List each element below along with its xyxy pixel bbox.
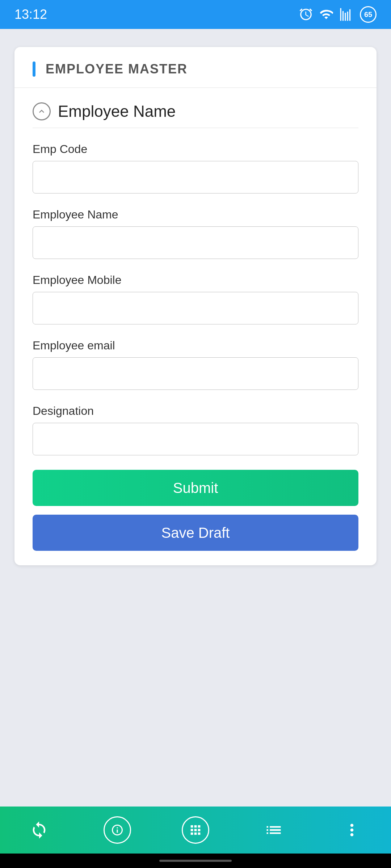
- section-header[interactable]: Employee Name: [14, 88, 377, 128]
- status-bar: 13:12 65: [0, 0, 391, 29]
- card-title: EMPLOYEE MASTER: [46, 61, 188, 77]
- card-header-accent: [33, 61, 35, 77]
- employee-email-input[interactable]: [33, 357, 358, 390]
- nav-item-grid[interactable]: [181, 816, 210, 844]
- employee-mobile-label: Employee Mobile: [33, 273, 358, 287]
- employee-master-card: EMPLOYEE MASTER Employee Name Emp Code E…: [14, 47, 377, 565]
- status-icons: 65: [299, 6, 377, 23]
- employee-mobile-group: Employee Mobile: [33, 273, 358, 324]
- status-time: 13:12: [14, 7, 47, 22]
- designation-label: Designation: [33, 404, 358, 418]
- employee-name-input[interactable]: [33, 226, 358, 259]
- sync-icon: [30, 821, 49, 839]
- section-title: Employee Name: [58, 102, 176, 120]
- alarm-icon: [299, 8, 313, 21]
- signal-icon: [340, 8, 353, 21]
- wifi-icon: [319, 8, 333, 21]
- more-icon: [342, 821, 361, 839]
- home-indicator: [0, 854, 391, 868]
- info-icon-circle: [104, 816, 131, 844]
- bottom-nav: [0, 807, 391, 854]
- nav-item-sync[interactable]: [25, 816, 54, 844]
- designation-group: Designation: [33, 404, 358, 455]
- designation-input[interactable]: [33, 423, 358, 455]
- save-draft-button[interactable]: Save Draft: [33, 515, 358, 551]
- card-header: EMPLOYEE MASTER: [14, 47, 377, 88]
- home-line: [159, 860, 232, 862]
- employee-name-label: Employee Name: [33, 208, 358, 221]
- employee-mobile-input[interactable]: [33, 292, 358, 324]
- form-body: Emp Code Employee Name Employee Mobile E…: [14, 128, 377, 565]
- employee-name-group: Employee Name: [33, 208, 358, 259]
- nav-item-list[interactable]: [259, 816, 288, 844]
- collapse-icon[interactable]: [33, 102, 51, 120]
- emp-code-input[interactable]: [33, 161, 358, 193]
- submit-button[interactable]: Submit: [33, 470, 358, 506]
- employee-email-label: Employee email: [33, 339, 358, 352]
- nav-item-more[interactable]: [337, 816, 366, 844]
- emp-code-group: Emp Code: [33, 142, 358, 193]
- nav-item-info[interactable]: [103, 816, 132, 844]
- battery-level: 65: [364, 10, 372, 19]
- employee-email-group: Employee email: [33, 339, 358, 390]
- emp-code-label: Emp Code: [33, 142, 358, 156]
- battery-icon: 65: [360, 6, 377, 23]
- grid-icon-circle: [182, 816, 209, 844]
- main-content: EMPLOYEE MASTER Employee Name Emp Code E…: [0, 29, 391, 807]
- list-icon: [264, 821, 283, 839]
